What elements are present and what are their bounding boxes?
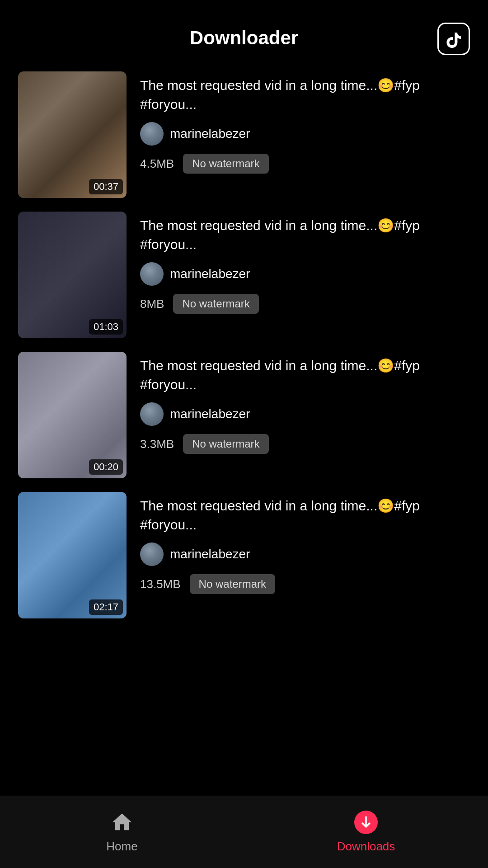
thumbnail-container: 02:17 (18, 492, 127, 618)
bottom-navigation: Home Downloads (0, 796, 488, 868)
meta-row: 3.3MB No watermark (140, 434, 470, 454)
video-info: The most requested vid in a long time...… (140, 71, 470, 174)
video-title: The most requested vid in a long time...… (140, 216, 470, 254)
file-size: 4.5MB (140, 157, 174, 171)
watermark-badge[interactable]: No watermark (183, 154, 268, 174)
meta-row: 13.5MB No watermark (140, 574, 470, 594)
avatar-image (140, 402, 164, 426)
avatar-image (140, 542, 164, 566)
duration-badge: 01:03 (89, 319, 123, 335)
nav-downloads[interactable]: Downloads (244, 796, 488, 868)
nav-home[interactable]: Home (0, 796, 244, 868)
avatar-image (140, 262, 164, 286)
file-size: 13.5MB (140, 577, 181, 591)
video-title: The most requested vid in a long time...… (140, 76, 470, 114)
downloads-icon (354, 811, 378, 836)
home-icon (110, 811, 134, 836)
thumbnail-container: 01:03 (18, 212, 127, 338)
creator-row: marinelabezer (140, 122, 470, 146)
creator-name: marinelabezer (170, 407, 250, 421)
creator-row: marinelabezer (140, 262, 470, 286)
thumbnail-container: 00:37 (18, 71, 127, 198)
avatar (140, 122, 164, 146)
creator-name: marinelabezer (170, 547, 250, 561)
duration-badge: 00:20 (89, 459, 123, 475)
creator-name: marinelabezer (170, 267, 250, 281)
home-label: Home (106, 840, 137, 854)
creator-row: marinelabezer (140, 402, 470, 426)
video-item[interactable]: 00:20 The most requested vid in a long t… (18, 352, 470, 478)
creator-name: marinelabezer (170, 127, 250, 141)
avatar (140, 542, 164, 566)
avatar (140, 402, 164, 426)
video-info: The most requested vid in a long time...… (140, 492, 470, 594)
app-title: Downloader (190, 27, 298, 49)
duration-badge: 02:17 (89, 599, 123, 615)
creator-row: marinelabezer (140, 542, 470, 566)
video-item[interactable]: 02:17 The most requested vid in a long t… (18, 492, 470, 618)
video-item[interactable]: 00:37 The most requested vid in a long t… (18, 71, 470, 198)
tiktok-icon (437, 23, 470, 55)
duration-badge: 00:37 (89, 179, 123, 194)
avatar (140, 262, 164, 286)
file-size: 8MB (140, 297, 164, 311)
video-info: The most requested vid in a long time...… (140, 352, 470, 454)
avatar-image (140, 122, 164, 146)
downloads-label: Downloads (337, 840, 395, 854)
app-header: Downloader (0, 0, 488, 62)
video-title: The most requested vid in a long time...… (140, 356, 470, 394)
file-size: 3.3MB (140, 437, 174, 451)
video-list: 00:37 The most requested vid in a long t… (0, 62, 488, 627)
thumbnail-container: 00:20 (18, 352, 127, 478)
watermark-badge[interactable]: No watermark (173, 294, 258, 314)
watermark-badge[interactable]: No watermark (183, 434, 268, 454)
meta-row: 4.5MB No watermark (140, 154, 470, 174)
meta-row: 8MB No watermark (140, 294, 470, 314)
watermark-badge[interactable]: No watermark (190, 574, 275, 594)
video-item[interactable]: 01:03 The most requested vid in a long t… (18, 212, 470, 338)
video-title: The most requested vid in a long time...… (140, 496, 470, 534)
video-info: The most requested vid in a long time...… (140, 212, 470, 314)
